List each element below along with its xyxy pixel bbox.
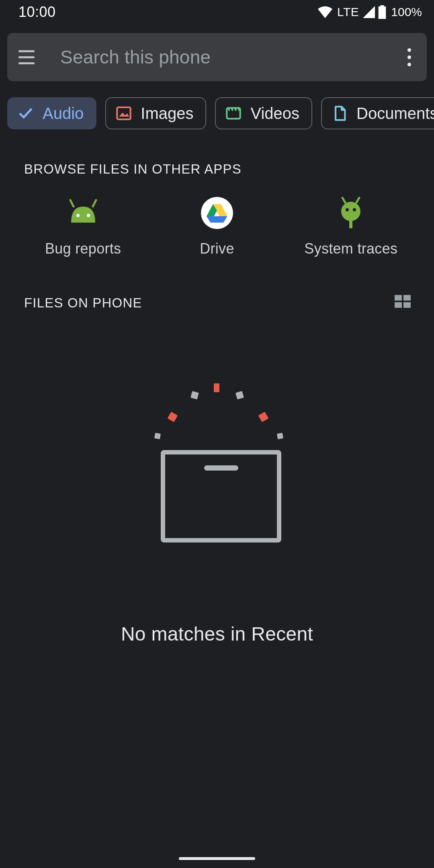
svg-rect-18 xyxy=(395,302,402,308)
status-icons: LTE 100% xyxy=(318,5,422,19)
image-icon xyxy=(116,105,132,121)
chip-documents[interactable]: Documents xyxy=(321,97,434,129)
wifi-icon xyxy=(318,6,332,18)
menu-icon[interactable] xyxy=(18,46,40,68)
svg-rect-15 xyxy=(349,219,352,228)
chip-videos[interactable]: Videos xyxy=(215,97,312,129)
more-options-icon[interactable] xyxy=(401,47,417,67)
status-bar: 10:00 LTE 100% xyxy=(0,0,434,24)
chip-label: Documents xyxy=(356,104,434,123)
app-system-traces[interactable]: System traces xyxy=(291,197,411,257)
svg-rect-19 xyxy=(403,302,411,308)
section-files-on-phone: FILES ON PHONE xyxy=(24,295,142,311)
app-label: Bug reports xyxy=(45,240,121,257)
chip-images[interactable]: Images xyxy=(105,97,206,129)
chip-label: Audio xyxy=(43,104,84,123)
svg-rect-17 xyxy=(403,295,411,301)
empty-message: No matches in Recent xyxy=(121,547,313,645)
app-bug-reports[interactable]: Bug reports xyxy=(23,197,143,257)
drawer-icon xyxy=(161,450,281,542)
svg-point-10 xyxy=(341,202,360,221)
svg-line-3 xyxy=(93,200,96,207)
svg-rect-0 xyxy=(117,107,131,119)
svg-line-12 xyxy=(356,198,359,203)
svg-point-5 xyxy=(87,214,90,217)
app-label: Drive xyxy=(200,240,234,257)
search-input[interactable] xyxy=(40,46,401,68)
app-label: System traces xyxy=(304,240,397,257)
battery-percent: 100% xyxy=(391,5,422,19)
check-icon xyxy=(18,105,34,121)
search-bar[interactable] xyxy=(7,33,427,81)
chip-label: Videos xyxy=(250,104,299,123)
chip-label: Images xyxy=(141,104,193,123)
svg-rect-16 xyxy=(395,295,402,301)
svg-point-14 xyxy=(353,208,356,211)
signal-icon xyxy=(363,6,375,18)
svg-point-6 xyxy=(201,197,233,229)
document-icon xyxy=(332,105,348,121)
status-time: 10:00 xyxy=(18,4,56,20)
android-head-icon xyxy=(335,197,367,229)
drive-icon xyxy=(201,197,233,229)
gesture-nav-handle[interactable] xyxy=(179,857,255,860)
empty-state: No matches in Recent xyxy=(0,313,434,645)
network-label: LTE xyxy=(337,5,359,19)
svg-point-4 xyxy=(76,214,80,217)
other-apps-row: Bug reports Drive System traces xyxy=(0,177,434,257)
grid-view-icon[interactable] xyxy=(393,293,414,313)
empty-illustration xyxy=(157,382,277,547)
chip-audio[interactable]: Audio xyxy=(7,97,96,129)
battery-icon xyxy=(378,5,386,19)
svg-line-2 xyxy=(70,200,74,207)
svg-point-13 xyxy=(346,208,349,211)
section-browse-other-apps: BROWSE FILES IN OTHER APPS xyxy=(0,129,434,177)
android-icon xyxy=(67,197,99,229)
video-icon xyxy=(225,105,242,121)
app-drive[interactable]: Drive xyxy=(157,197,277,257)
filter-chips[interactable]: Audio Images Videos Documents xyxy=(0,81,434,129)
svg-line-11 xyxy=(342,198,345,203)
